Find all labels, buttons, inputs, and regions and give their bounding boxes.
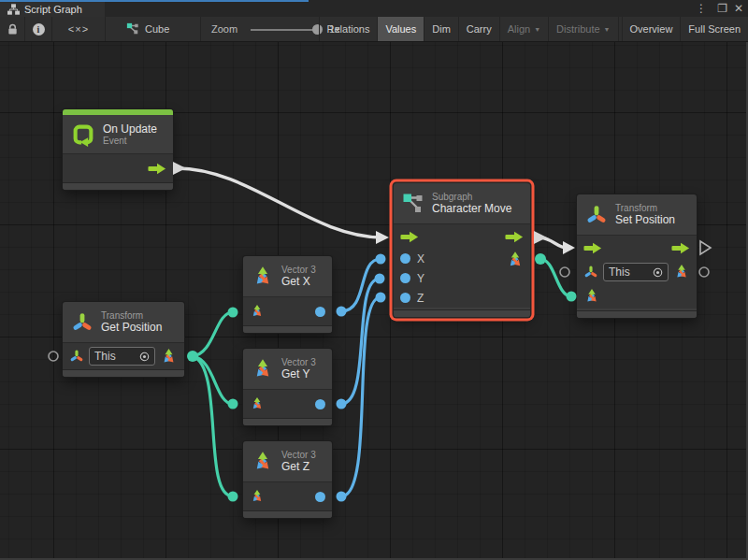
vector3-output-port[interactable] [673,264,690,280]
loop-icon [71,122,95,147]
object-picker-icon[interactable] [653,267,663,278]
tab-bar: Script Graph ⋮ ❐ ✕ [0,0,748,17]
vector3-icon [252,451,274,473]
carry-button[interactable]: Carry [458,17,499,41]
this-object-field[interactable]: This [89,347,155,366]
graph-name: Cube [145,23,169,35]
zoom-label: Zoom [211,23,237,35]
node-type-label: Vector 3 [281,450,316,460]
input-port-y[interactable] [400,273,410,283]
subgraph-icon [402,193,424,215]
node-footer [63,182,173,190]
node-footer [243,325,332,333]
lock-button[interactable] [0,17,25,41]
chevron-down-icon: ▼ [604,26,611,33]
vector3-input-port[interactable] [250,489,265,504]
port-label-x: X [417,252,424,266]
node-set-position[interactable]: Transform Set Position This [577,194,697,318]
fullscreen-button[interactable]: Full Screen [680,17,748,41]
transform-input-port[interactable] [583,265,598,280]
maximize-button[interactable]: ❐ [717,0,727,17]
node-get-z[interactable]: Vector 3 Get Z [243,441,332,518]
flow-output-port[interactable] [505,231,524,243]
tab-title: Script Graph [24,4,82,15]
node-type-label: Event [103,136,157,146]
port-label-y: Y [417,272,424,285]
node-get-y[interactable]: Vector 3 Get Y [243,349,332,425]
node-footer [577,310,697,318]
this-object-field[interactable]: This [603,263,669,281]
node-footer [63,369,184,377]
transform-icon [71,311,94,334]
code-view-button[interactable]: <×> [52,17,106,41]
node-footer [243,418,332,425]
transform-icon [585,204,608,226]
node-type-label: Transform [101,310,162,321]
distribute-dropdown[interactable]: Distribute▼ [548,17,617,41]
code-icon: <×> [68,23,89,35]
node-get-position[interactable]: Transform Get Position This [63,302,184,377]
flow-input-port[interactable] [400,231,419,243]
vector3-icon [252,266,274,288]
node-on-update[interactable]: On Update Event [63,109,173,190]
vector3-output-port[interactable] [506,251,525,269]
tab-script-graph[interactable]: Script Graph [0,2,105,17]
object-picker-icon[interactable] [139,352,150,362]
node-type-label: Vector 3 [281,357,316,367]
node-footer [394,309,530,317]
dim-button[interactable]: Dim [424,17,458,41]
node-title: Get Position [101,321,162,334]
flow-output-port[interactable] [148,163,166,175]
flow-output-port[interactable] [671,242,690,254]
port-label-z: Z [417,292,424,305]
info-icon: i [33,23,45,36]
node-title: Get X [281,275,316,288]
graph-hierarchy-icon [7,4,20,15]
node-get-x[interactable]: Vector 3 Get X [243,256,332,333]
relations-button[interactable]: Relations [319,17,378,41]
float-output-port[interactable] [315,399,325,409]
input-port-x[interactable] [400,253,410,264]
vector3-input-port[interactable] [250,304,265,319]
node-footer [243,510,332,518]
toolbar-right-group: Relations Values Dim Carry Align▼ Distri… [319,17,748,41]
node-title: Get Y [281,367,316,381]
chevron-down-icon: ▼ [534,26,540,33]
node-type-label: Subgraph [432,192,511,202]
values-button[interactable]: Values [377,17,424,41]
menu-button[interactable]: ⋮ [696,0,707,17]
lock-icon [7,23,19,36]
input-port-z[interactable] [400,293,410,303]
vector3-input-port[interactable] [250,396,265,411]
script-graph-icon [126,22,139,36]
node-type-label: Vector 3 [281,265,316,275]
zoom-slider[interactable] [251,29,318,31]
close-button[interactable]: ✕ [734,0,743,17]
vector3-icon [252,358,274,381]
node-character-move[interactable]: Subgraph Character Move X Y Z [394,183,530,317]
flow-input-port[interactable] [583,242,602,254]
node-title: Get Z [281,460,316,473]
graph-breadcrumb[interactable]: Cube [106,17,201,41]
node-title: Character Move [432,202,511,215]
float-output-port[interactable] [315,307,325,317]
vector3-output-port[interactable] [160,348,178,366]
node-title: Set Position [615,213,675,226]
node-title: On Update [103,122,157,136]
float-output-port[interactable] [315,492,325,502]
overview-button[interactable]: Overview [622,17,681,41]
node-type-label: Transform [615,203,675,213]
transform-input-port[interactable] [69,349,84,364]
align-dropdown[interactable]: Align▼ [499,17,548,41]
vector3-input-port[interactable] [583,288,600,305]
info-button[interactable]: i [25,17,52,41]
